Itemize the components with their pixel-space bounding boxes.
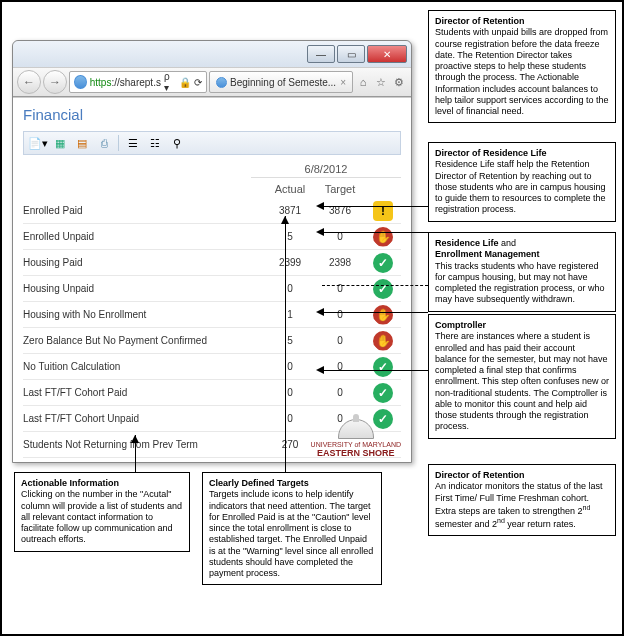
metric-actual[interactable]: 1 — [265, 309, 315, 320]
metric-label: Enrolled Unpaid — [23, 231, 265, 242]
arrow-icon — [131, 435, 139, 443]
university-logo: UNIVERSITY of MARYLAND EASTERN SHORE — [311, 419, 401, 458]
metric-label: Last FT/FT Cohort Paid — [23, 387, 265, 398]
leader-line — [322, 312, 428, 313]
status-ok-icon: ✓ — [373, 357, 393, 377]
arrow-icon — [316, 202, 324, 210]
favorites-icon[interactable]: ☆ — [373, 74, 389, 90]
page-content: Financial 📄▾ ▦ ▤ ⎙ ☰ ☷ ⚲ 6/8/2012 Actual… — [13, 97, 411, 462]
forward-button[interactable]: → — [43, 70, 67, 94]
col-actual: Actual — [265, 180, 315, 198]
metric-label: Zero Balance But No Payment Confirmed — [23, 335, 265, 346]
metric-label: Enrolled Paid — [23, 205, 265, 216]
metric-label: Housing Paid — [23, 257, 265, 268]
browser-window: — ▭ ✕ ← → https://sharept.s ρ ▾ 🔒 ⟳ Begi… — [12, 40, 412, 463]
callout-targets: Clearly Defined TargetsTargets include i… — [202, 472, 382, 585]
metric-target: 0 — [315, 335, 365, 346]
back-button[interactable]: ← — [17, 70, 41, 94]
table-row: Zero Balance But No Payment Confirmed50✋ — [23, 328, 401, 354]
tab-favicon — [216, 77, 227, 88]
callout-retention-2: Director of RetentionAn indicator monito… — [428, 464, 616, 536]
table-row: Housing with No Enrollment10✋ — [23, 302, 401, 328]
browser-tab[interactable]: Beginning of Semeste... × — [209, 71, 353, 93]
address-bar[interactable]: https://sharept.s ρ ▾ 🔒 ⟳ — [69, 71, 207, 93]
maximize-button[interactable]: ▭ — [337, 45, 365, 63]
arrow-icon — [316, 228, 324, 236]
outdent-icon[interactable]: ☷ — [145, 134, 165, 152]
metric-actual[interactable]: 5 — [265, 335, 315, 346]
export-icon[interactable]: ▦ — [50, 134, 70, 152]
leader-line — [322, 232, 428, 233]
arrow-icon — [316, 308, 324, 316]
callout-residence-enrollment: Residence Life andEnrollment ManagementT… — [428, 232, 616, 312]
leader-line — [322, 370, 428, 371]
minimize-button[interactable]: — — [307, 45, 335, 63]
date-header: 6/8/2012 — [251, 161, 401, 178]
url-host: ://sharept.s — [111, 77, 160, 88]
table-row: Last FT/FT Cohort Paid00✓ — [23, 380, 401, 406]
logo-line1: UNIVERSITY of MARYLAND — [311, 441, 401, 448]
table-row: Housing Unpaid00✓ — [23, 276, 401, 302]
page-title: Financial — [23, 106, 401, 123]
globe-icon — [74, 75, 87, 89]
metric-actual[interactable]: 5 — [265, 231, 315, 242]
status-ok-icon: ✓ — [373, 383, 393, 403]
metric-target: 2398 — [315, 257, 365, 268]
metric-target: 0 — [315, 387, 365, 398]
metric-actual[interactable]: 0 — [265, 361, 315, 372]
callout-residence-life: Director of Residence LifeResidence Life… — [428, 142, 616, 222]
callout-comptroller: ComptrollerThere are instances where a s… — [428, 314, 616, 439]
status-warn-icon: ! — [373, 201, 393, 221]
tools-icon[interactable]: ⚙ — [391, 74, 407, 90]
table-row: Enrolled Paid38713876! — [23, 198, 401, 224]
url-scheme: https — [90, 77, 112, 88]
status-stop-icon: ✋ — [373, 305, 393, 325]
metric-actual[interactable]: 0 — [265, 283, 315, 294]
metric-label: Last FT/FT Cohort Unpaid — [23, 413, 265, 424]
arrow-icon — [316, 366, 324, 374]
metric-label: No Tuition Calculation — [23, 361, 265, 372]
status-ok-icon: ✓ — [373, 279, 393, 299]
col-target: Target — [315, 180, 365, 198]
tab-close-icon[interactable]: × — [340, 77, 346, 88]
metric-label: Students Not Returning from Prev Term — [23, 439, 265, 450]
indent-icon[interactable]: ☰ — [123, 134, 143, 152]
leader-line — [322, 206, 428, 207]
metric-actual[interactable]: 2399 — [265, 257, 315, 268]
dome-icon — [338, 419, 374, 439]
refresh-icon[interactable]: ⟳ — [194, 77, 202, 88]
home-icon[interactable]: ⌂ — [355, 74, 371, 90]
metric-label: Housing with No Enrollment — [23, 309, 265, 320]
metric-actual[interactable]: 270 — [265, 439, 315, 450]
metric-actual[interactable]: 3871 — [265, 205, 315, 216]
metric-label: Housing Unpaid — [23, 283, 265, 294]
status-stop-icon: ✋ — [373, 331, 393, 351]
logo-line2: EASTERN SHORE — [311, 448, 401, 458]
new-doc-icon[interactable]: 📄▾ — [28, 134, 48, 152]
print-icon[interactable]: ⎙ — [94, 134, 114, 152]
chart-icon[interactable]: ▤ — [72, 134, 92, 152]
table-row: Enrolled Unpaid50✋ — [23, 224, 401, 250]
leader-line — [285, 216, 286, 472]
metric-actual[interactable]: 0 — [265, 387, 315, 398]
table-row: No Tuition Calculation00✓ — [23, 354, 401, 380]
table-row: Housing Paid23992398✓ — [23, 250, 401, 276]
window-titlebar: — ▭ ✕ — [13, 41, 411, 67]
filter-icon[interactable]: ⚲ — [167, 134, 187, 152]
lock-icon: 🔒 — [179, 77, 191, 88]
sharepoint-toolbar: 📄▾ ▦ ▤ ⎙ ☰ ☷ ⚲ — [23, 131, 401, 155]
close-button[interactable]: ✕ — [367, 45, 407, 63]
tab-title: Beginning of Semeste... — [230, 77, 336, 88]
metric-actual[interactable]: 0 — [265, 413, 315, 424]
status-ok-icon: ✓ — [373, 253, 393, 273]
leader-line — [322, 285, 428, 286]
arrow-icon — [281, 216, 289, 224]
status-stop-icon: ✋ — [373, 227, 393, 247]
callout-actionable: Actionable InformationClicking on the nu… — [14, 472, 190, 552]
browser-navbar: ← → https://sharept.s ρ ▾ 🔒 ⟳ Beginning … — [13, 67, 411, 97]
callout-retention-1: Director of RetentionStudents with unpai… — [428, 10, 616, 123]
